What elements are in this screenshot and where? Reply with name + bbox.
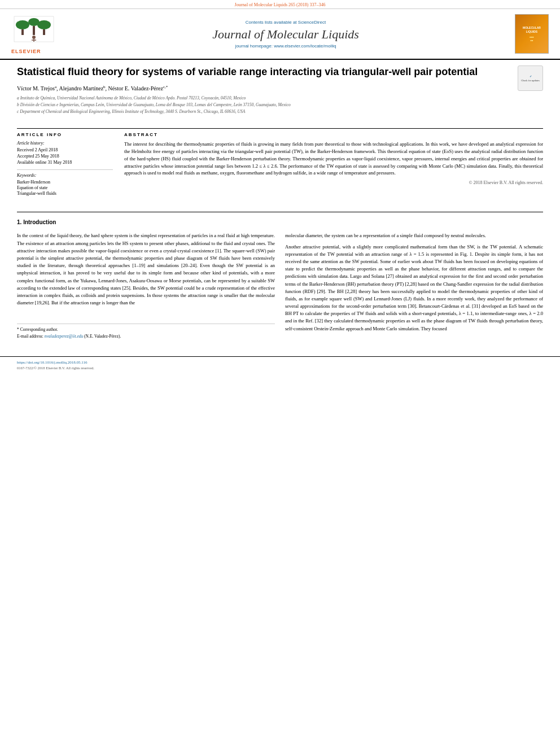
- received-date: Received 2 April 2018: [17, 147, 113, 152]
- abstract-column: ABSTRACT The interest for describing the…: [124, 132, 543, 200]
- elsevier-logo-box: [11, 14, 56, 47]
- intro-para-1: In the context of the liquid theory, the…: [17, 232, 275, 307]
- affiliation-c: c Department of Chemical and Biological …: [17, 108, 509, 115]
- keyword-2: Equation of state: [17, 185, 113, 190]
- keywords-block: Keywords: Barker-Henderson Equation of s…: [17, 173, 113, 196]
- article-info-abstract-section: ARTICLE INFO Article history: Received 2…: [17, 132, 543, 206]
- title-divider: [17, 128, 543, 129]
- footnote-email: E-mail address: nvaladezperez@iit.edu (N…: [17, 333, 275, 340]
- footer-issn: 0167-7322/© 2018 Elsevier B.V. All right…: [17, 366, 543, 370]
- copyright-line: © 2018 Elsevier B.V. All rights reserved…: [124, 180, 543, 185]
- footer-doi[interactable]: https://doi.org/10.1016/j.molliq.2018.05…: [17, 360, 543, 365]
- info-divider: [17, 169, 113, 170]
- main-content: Statistical fluid theory for systems of …: [0, 60, 560, 345]
- article-history-block: Article history: Received 2 April 2018 A…: [17, 141, 113, 165]
- keyword-1: Barker-Henderson: [17, 180, 113, 185]
- affiliation-a: a Instituto de Química, Universidad Naci…: [17, 95, 509, 101]
- history-label: Article history:: [17, 141, 113, 146]
- keywords-label: Keywords:: [17, 173, 113, 178]
- email-suffix: (N.E. Valadez-Pérez).: [84, 334, 121, 339]
- article-title-section: Statistical fluid theory for systems of …: [17, 65, 543, 123]
- section-title: Introduction: [23, 219, 56, 225]
- journal-homepage: journal homepage: www.elsevier.com/locat…: [56, 43, 515, 49]
- abstract-label: ABSTRACT: [124, 132, 543, 137]
- authors-line: Víctor M. Trejosa, Alejandro Martínezb, …: [17, 84, 509, 91]
- affiliation-b: b División de Ciencias e Ingenierías, Ca…: [17, 102, 509, 108]
- contents-line: Contents lists available at ScienceDirec…: [56, 20, 515, 25]
- affiliations: a Instituto de Química, Universidad Naci…: [17, 95, 509, 115]
- svg-rect-5: [33, 26, 35, 35]
- body-col-left: In the context of the liquid theory, the…: [17, 232, 275, 339]
- accepted-date: Accepted 25 May 2018: [17, 154, 113, 159]
- email-label: E-mail address:: [17, 334, 43, 339]
- article-title: Statistical fluid theory for systems of …: [17, 65, 509, 78]
- elsevier-label: ELSEVIER: [11, 49, 41, 54]
- keyword-3: Triangular-well fluids: [17, 191, 113, 196]
- introduction-heading: 1. Introduction: [17, 219, 56, 225]
- article-info-column: ARTICLE INFO Article history: Received 2…: [17, 132, 113, 200]
- journal-cover-image: MOLECULAR LIQUIDS ■■■ ■■: [515, 14, 549, 54]
- sciencedirect-link[interactable]: ScienceDirect: [298, 20, 326, 25]
- abstract-text: The interest for describing the thermody…: [124, 141, 543, 177]
- body-two-column: In the context of the liquid theory, the…: [17, 232, 543, 339]
- email-link[interactable]: nvaladezperez@iit.edu: [45, 334, 83, 339]
- available-date: Available online 31 May 2018: [17, 160, 113, 165]
- article-title-text: Statistical fluid theory for systems of …: [17, 65, 509, 118]
- body-col-right: molecular diameter, the system can be a …: [285, 232, 543, 339]
- section-number: 1.: [17, 219, 21, 225]
- author-names: Víctor M. Trejosa, Alejandro Martínezb, …: [17, 85, 168, 91]
- abstract-divider: [17, 212, 543, 212]
- footnote-block: * Corresponding author. E-mail address: …: [17, 324, 275, 339]
- elsevier-logo-svg: [11, 14, 56, 45]
- article-info-label: ARTICLE INFO: [17, 132, 113, 137]
- svg-point-3: [37, 20, 51, 29]
- svg-point-7: [32, 36, 36, 39]
- page-wrapper: Journal of Molecular Liquids 265 (2018) …: [0, 0, 560, 373]
- footnote-corresponding: * Corresponding author.: [17, 326, 275, 333]
- check-updates-label: ✓: [530, 75, 532, 78]
- check-updates-text: Check for updates: [521, 79, 540, 82]
- intro-para-2: molecular diameter, the system can be a …: [285, 232, 543, 239]
- elsevier-logo: ELSEVIER: [11, 14, 56, 54]
- svg-rect-4: [21, 29, 24, 35]
- journal-ref-text: Journal of Molecular Liquids 265 (2018) …: [235, 2, 326, 7]
- svg-rect-6: [43, 29, 45, 35]
- svg-point-1: [16, 20, 29, 29]
- intro-para-3: Another attractive potential, with a sli…: [285, 243, 543, 333]
- journal-name: Journal of Molecular Liquids: [56, 27, 515, 42]
- check-updates-badge: ✓ Check for updates: [518, 65, 543, 91]
- introduction-heading-wrapper: 1. Introduction: [17, 219, 543, 225]
- homepage-url[interactable]: www.elsevier.com/locate/molliq: [274, 43, 336, 49]
- page-footer: https://doi.org/10.1016/j.molliq.2018.05…: [0, 356, 560, 373]
- journal-title-center: Contents lists available at ScienceDirec…: [56, 20, 515, 49]
- journal-header: ELSEVIER Contents lists available at Sci…: [0, 9, 560, 60]
- top-reference-bar: Journal of Molecular Liquids 265 (2018) …: [0, 0, 560, 9]
